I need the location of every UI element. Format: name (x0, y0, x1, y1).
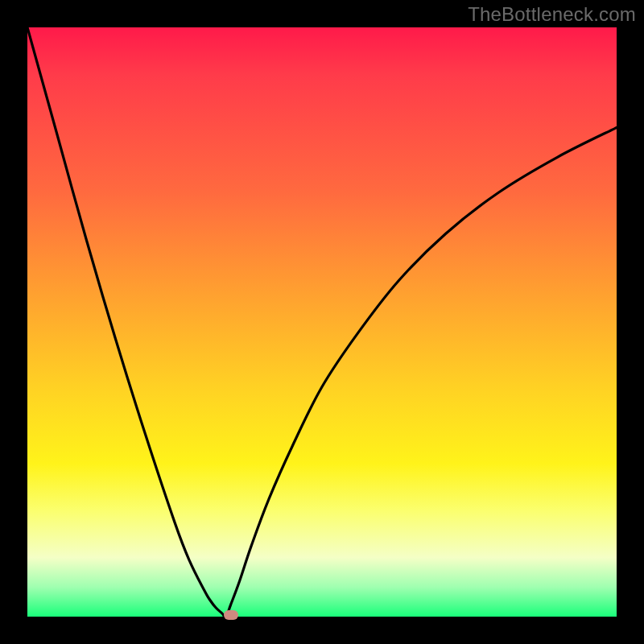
optimum-marker (224, 610, 238, 620)
bottleneck-curve (27, 27, 617, 617)
plot-area (27, 27, 617, 617)
attribution-text: TheBottleneck.com (468, 3, 636, 26)
chart-stage: TheBottleneck.com (0, 0, 644, 644)
